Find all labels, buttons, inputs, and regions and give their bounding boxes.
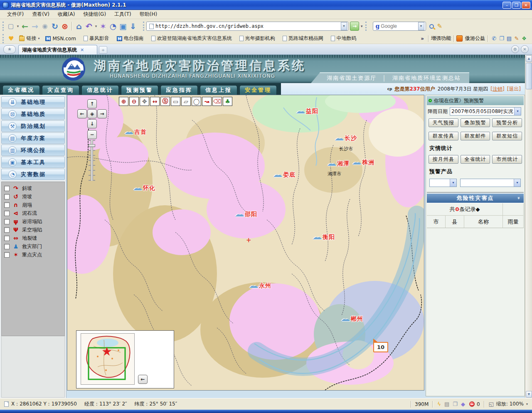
window-switch-button[interactable]: ▣ <box>118 21 128 31</box>
layer-rescue-dept[interactable]: ♟ 救灾部门 <box>4 242 64 251</box>
bookmark-baofeng[interactable]: 暴风影音 <box>81 35 114 42</box>
scale-tool[interactable]: Ⓢ <box>160 97 170 106</box>
danger-points-header[interactable]: 危险性灾害点 « <box>427 194 524 203</box>
layer-collapse[interactable]: ∩ 崩塌 <box>4 201 64 209</box>
undo-button[interactable]: ↶ <box>84 21 94 31</box>
broadcast-action-button[interactable]: 群发短信 <box>492 132 522 140</box>
bookmark-radio[interactable]: 电台指南 <box>114 35 148 42</box>
geo-env-monitor-link[interactable]: 湖南省地质环境监测总站 <box>392 74 461 82</box>
zoom-dropdown-icon[interactable]: ▾ <box>525 402 530 406</box>
section-annual-plan[interactable]: ▤ 年度方案 <box>1 133 65 144</box>
pan-center-button[interactable]: ◈ <box>87 109 97 118</box>
magic-wand-button[interactable]: ✶ <box>98 21 108 31</box>
lightning-icon[interactable]: ϟ <box>436 401 443 407</box>
bookmarks-overflow-chevron[interactable]: » <box>419 36 426 42</box>
history-dropdown-button[interactable]: ◉ <box>40 21 50 31</box>
pens-icon[interactable]: ✎ <box>513 35 520 42</box>
download-button[interactable]: ⇓ <box>128 21 138 31</box>
broadcast-action-button[interactable]: 群发邮件 <box>461 132 490 140</box>
resize-icon[interactable]: ◱ <box>487 401 495 407</box>
stats-action-button[interactable]: 按月州县 <box>429 155 458 164</box>
tab-close-icon[interactable]: ✕ <box>80 47 84 53</box>
address-dropdown[interactable]: ▾ <box>341 22 347 30</box>
nav-tab-overview[interactable]: 全省概况 <box>2 85 40 95</box>
layer-key-points[interactable]: ✶ 重点灾点 <box>4 251 64 259</box>
enhance-features-link[interactable]: 增强功能 <box>431 35 451 42</box>
redline-tool[interactable]: ↝ <box>202 97 212 106</box>
product-select-2[interactable]: ▾ <box>460 179 521 187</box>
printer-icon[interactable]: ▤ <box>443 401 451 407</box>
close-button[interactable]: ✕ <box>522 2 530 9</box>
overview-map[interactable] <box>81 333 135 385</box>
forecast-action-button[interactable]: 天气预报 <box>429 118 458 127</box>
layer-checkbox[interactable] <box>4 219 10 224</box>
new-tab-button[interactable]: ＋ <box>99 46 107 54</box>
chevron-down-icon[interactable]: ▾ <box>450 179 456 187</box>
section-base-geology[interactable]: ⊡ 基础地质 <box>1 108 65 120</box>
favorites-heart-icon[interactable]: ♥ <box>8 35 14 42</box>
city-loudi[interactable]: ☁☁ 娄底 <box>273 171 296 179</box>
search-grip[interactable] <box>365 22 367 31</box>
forecast-action-button[interactable]: 叠加预警 <box>461 118 490 127</box>
bookmark-welcome[interactable]: 欢迎登陆湖南省地质灾害信息系统 <box>148 35 236 42</box>
tab-tools-button[interactable]: ⚙ <box>511 45 519 53</box>
window-icon[interactable]: ❐ <box>498 35 505 42</box>
section-basic-tools[interactable]: ▣ 基本工具 <box>1 157 65 168</box>
layer-checkbox[interactable] <box>4 194 10 199</box>
layer-slope[interactable]: ↷ 斜坡 <box>4 184 64 192</box>
go-dropdown[interactable]: ▾ <box>359 24 365 28</box>
bookmark-links[interactable]: 链接 ▾ <box>16 35 42 42</box>
page-scrollbar[interactable]: ▲ ▼ <box>525 55 532 398</box>
layer-karst-collapse[interactable]: ψ 岩溶塌陷 <box>4 217 64 226</box>
highlighter-icon[interactable]: ✎ <box>437 22 443 30</box>
broadcast-action-button[interactable]: 群发传真 <box>429 132 458 140</box>
tab-panel-close-button[interactable]: ✕ <box>521 45 529 53</box>
warning-flag-marker[interactable]: 10 <box>373 342 388 352</box>
clock-button[interactable]: ◔ <box>108 21 118 31</box>
back-button[interactable]: ← <box>20 21 30 31</box>
city-chenzhou[interactable]: ☁☁ 郴州 <box>341 315 363 323</box>
go-button[interactable]: → <box>350 22 359 31</box>
layer-checkbox[interactable] <box>4 211 10 216</box>
bookmark-milu[interactable]: 觅路城市精品网 <box>280 35 328 42</box>
restore-button[interactable]: ❐ <box>512 2 521 9</box>
logout-link[interactable]: [注销] <box>490 86 504 93</box>
city-zhuzhou[interactable]: ☁☁ 株洲 <box>352 159 374 166</box>
quit-link[interactable]: [退出] <box>507 86 521 93</box>
rect-select-tool[interactable]: ▭ <box>171 97 180 106</box>
zoom-slider[interactable] <box>89 140 95 181</box>
layer-checkbox[interactable] <box>4 252 10 258</box>
layer-checkbox[interactable] <box>4 202 10 208</box>
menu-item[interactable]: 快捷组(G) <box>79 10 110 19</box>
menu-item[interactable]: 工具(T) <box>111 10 135 19</box>
layer-checkbox[interactable] <box>4 244 10 249</box>
bookmark-msn[interactable]: MSN.com <box>42 36 80 42</box>
nav-tab-report[interactable]: 信息上报 <box>200 85 237 95</box>
chevron-down-icon[interactable]: ▾ <box>514 108 521 115</box>
pan-right-button[interactable]: → <box>97 109 107 118</box>
nav-tab-emergency[interactable]: 应急指挥 <box>160 85 198 95</box>
zoom-level[interactable]: 缩放: 100% <box>495 401 525 408</box>
layer-ground-fissure[interactable]: ⇔ 地裂缝 <box>4 234 64 242</box>
city-yiyang[interactable]: ☁☁ 益阳 <box>296 108 318 115</box>
polygon-select-tool[interactable]: ▱ <box>181 97 191 106</box>
city-jishou[interactable]: ☁☁ 吉首 <box>124 128 147 136</box>
toolbar-separator[interactable] <box>71 22 72 31</box>
bookmark-photo[interactable]: 光年摄影机构 <box>236 35 280 42</box>
search-icon[interactable] <box>429 24 434 29</box>
menu-item[interactable]: 帮助(H) <box>136 10 161 19</box>
undo-dropdown[interactable]: ▾ <box>94 21 98 31</box>
pan-left-button[interactable]: ← <box>77 109 87 118</box>
layer-checkbox[interactable] <box>4 227 10 233</box>
menu-item[interactable]: 文件(F) <box>3 10 27 19</box>
city-yongzhou[interactable]: ☁☁ 永州 <box>249 282 271 290</box>
maxthon-charity-link[interactable]: 傲游公益 <box>465 35 485 42</box>
zoom-minus-button[interactable]: − <box>87 130 97 139</box>
city-xiangtan[interactable]: ☁☁ 湘潭 <box>327 160 350 167</box>
refresh-button[interactable]: ↻ <box>50 21 60 31</box>
search-input[interactable] <box>381 23 418 29</box>
active-tab[interactable]: 湖南省地质灾害信息系统 ✕ <box>18 45 97 54</box>
zoom-slider-handle[interactable] <box>89 144 95 147</box>
chevron-down-icon[interactable]: ▾ <box>514 179 520 187</box>
home-button[interactable]: ⌂ <box>74 21 84 31</box>
